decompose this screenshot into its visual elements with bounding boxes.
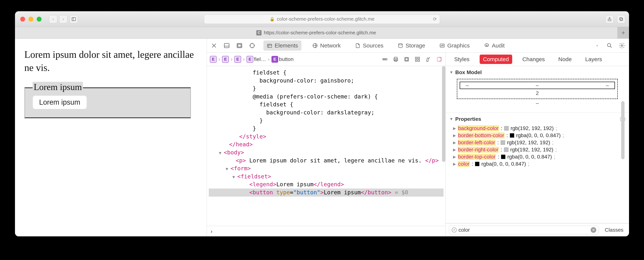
breadcrumb-item[interactable]: Efiel… xyxy=(246,56,266,63)
url-text: color-scheme-prefers-color-scheme.glitch… xyxy=(277,16,374,22)
devtools-toolbar: Elements Network Sources Storage xyxy=(207,39,629,53)
browser-tab[interactable]: C https://color-scheme-prefers-color-sch… xyxy=(15,27,618,39)
breadcrumb-item[interactable]: E xyxy=(222,56,229,63)
url-bar[interactable]: 🔒 color-scheme-prefers-color-scheme.glit… xyxy=(204,15,440,24)
svg-rect-21 xyxy=(440,44,444,47)
svg-rect-36 xyxy=(416,60,417,61)
new-tab-button[interactable]: + xyxy=(618,27,629,39)
breadcrumb: E › E › E › Efiel… › Ebutton xyxy=(207,53,445,66)
tab-layers[interactable]: Layers xyxy=(582,55,606,64)
zoom-window-button[interactable] xyxy=(37,17,42,22)
breadcrumb-item-selected[interactable]: Ebutton xyxy=(272,56,294,63)
sidebar-toggle-button[interactable] xyxy=(70,15,78,23)
forward-button[interactable]: › xyxy=(59,15,68,23)
property-value: rgba(0, 0, 0, 0.847) xyxy=(507,154,552,160)
property-row[interactable]: ▶border-bottom-color: rgba(0, 0, 0, 0.84… xyxy=(453,132,622,139)
svg-point-22 xyxy=(608,43,611,47)
back-button[interactable]: ‹ xyxy=(49,15,57,23)
dock-bottom-icon[interactable] xyxy=(223,42,230,49)
dock-side-icon[interactable] xyxy=(236,42,243,49)
grid-overlay-button[interactable] xyxy=(414,56,421,62)
property-row[interactable]: ▶background-color: rgb(192, 192, 192); xyxy=(453,125,622,132)
inspect-element-button[interactable] xyxy=(248,42,256,49)
devtools: Elements Network Sources Storage xyxy=(207,39,629,236)
dom-selected-node[interactable]: <button type="button">Lorem ipsum</butto… xyxy=(209,189,444,197)
clear-filter-button[interactable]: ✕ xyxy=(591,227,596,233)
color-swatch[interactable] xyxy=(510,133,514,138)
tab-graphics[interactable]: Graphics xyxy=(436,41,473,51)
color-swatch[interactable] xyxy=(475,162,480,166)
svg-line-23 xyxy=(610,46,612,48)
properties-header[interactable]: ▼ Properties ≡ xyxy=(449,115,625,124)
tab-node[interactable]: Node xyxy=(555,55,575,64)
lock-icon: 🔒 xyxy=(270,17,275,22)
property-name: border-bottom-color xyxy=(458,133,504,139)
close-devtools-button[interactable] xyxy=(210,42,218,49)
svg-rect-35 xyxy=(418,57,420,59)
browser-window: ‹ › 🔒 color-scheme-prefers-color-scheme.… xyxy=(15,11,629,236)
devtools-right-icons: » xyxy=(594,42,626,49)
compositing-borders-button[interactable] xyxy=(436,56,442,62)
paint-flashing-button[interactable] xyxy=(425,56,432,62)
page-paragraph: Lorem ipsum dolor sit amet, legere ancil… xyxy=(24,48,197,74)
close-window-button[interactable] xyxy=(20,17,25,22)
color-swatch[interactable] xyxy=(500,140,505,145)
sidebar-tabs: Styles Computed Changes Node Layers xyxy=(446,53,629,66)
rulers-button[interactable] xyxy=(382,56,388,62)
dom-scrollbar[interactable] xyxy=(442,66,445,162)
breadcrumb-item[interactable]: E xyxy=(210,56,216,63)
print-button[interactable] xyxy=(392,56,399,62)
color-swatch[interactable] xyxy=(504,148,508,152)
property-value: rgba(0, 0, 0, 0.847) xyxy=(481,161,526,167)
page-button[interactable]: Lorem ipsum xyxy=(32,95,87,109)
dom-tree[interactable]: fieldset { background-color: gainsboro; … xyxy=(207,66,445,226)
tab-audit[interactable]: Audit xyxy=(480,41,508,51)
svg-point-24 xyxy=(621,45,623,46)
disclosure-icon: ▶ xyxy=(453,140,456,145)
sidebar-scrollbar[interactable] xyxy=(621,101,624,159)
reload-button[interactable]: ⟳ xyxy=(433,17,437,22)
breadcrumb-item[interactable]: E xyxy=(234,56,241,63)
tabs-overview-button[interactable] xyxy=(617,15,625,23)
property-row[interactable]: ▶border-top-color: rgba(0, 0, 0, 0.847); xyxy=(453,153,622,160)
settings-button[interactable] xyxy=(618,42,626,49)
search-button[interactable] xyxy=(606,42,613,49)
filter-input[interactable]: ≡ color ✕ xyxy=(449,226,599,234)
fieldset-legend: Lorem ipsum xyxy=(32,82,83,92)
minimize-window-button[interactable] xyxy=(28,17,33,22)
nav-buttons: ‹ › xyxy=(49,15,68,23)
titlebar: ‹ › 🔒 color-scheme-prefers-color-scheme.… xyxy=(15,11,629,27)
tab-sources[interactable]: Sources xyxy=(352,41,387,51)
page-fieldset: Lorem ipsum Lorem ipsum xyxy=(24,87,191,118)
property-row[interactable]: ▶color: rgba(0, 0, 0, 0.847); xyxy=(453,160,622,168)
svg-rect-39 xyxy=(437,57,439,61)
property-row[interactable]: ▶border-right-color: rgb(192, 192, 192); xyxy=(453,146,622,153)
filter-icon: ≡ xyxy=(452,227,456,232)
svg-point-11 xyxy=(250,43,254,48)
overflow-button[interactable]: » xyxy=(594,42,601,49)
window-controls xyxy=(20,17,42,22)
box-model-header[interactable]: ▼ Box Model xyxy=(449,68,625,77)
tab-changes[interactable]: Changes xyxy=(519,55,548,64)
tab-network[interactable]: Network xyxy=(309,41,344,51)
tab-styles[interactable]: Styles xyxy=(451,55,473,64)
console-prompt-icon: › xyxy=(210,228,212,234)
tab-title: https://color-scheme-prefers-color-schem… xyxy=(264,30,376,36)
tab-storage[interactable]: Storage xyxy=(394,41,428,51)
color-swatch[interactable] xyxy=(501,155,506,159)
property-value: rgb(192, 192, 192) xyxy=(510,147,554,153)
svg-rect-16 xyxy=(268,44,272,47)
color-swatch[interactable] xyxy=(504,126,509,131)
property-name: border-top-color xyxy=(458,154,496,160)
property-row[interactable]: ▶border-left-color: rgb(192, 192, 192); xyxy=(453,139,622,146)
force-state-button[interactable] xyxy=(404,56,410,62)
share-button[interactable] xyxy=(606,15,614,23)
tab-elements[interactable]: Elements xyxy=(264,41,302,51)
classes-button[interactable]: Classes xyxy=(602,227,626,233)
properties-section: ▼ Properties ≡ ▶background-color: rgb(19… xyxy=(446,113,629,223)
svg-rect-10 xyxy=(238,44,241,47)
property-name: border-right-color xyxy=(458,147,499,153)
tab-computed[interactable]: Computed xyxy=(480,55,512,64)
console-drawer[interactable]: › xyxy=(207,226,445,236)
property-value: rgb(192, 192, 192) xyxy=(507,140,550,146)
